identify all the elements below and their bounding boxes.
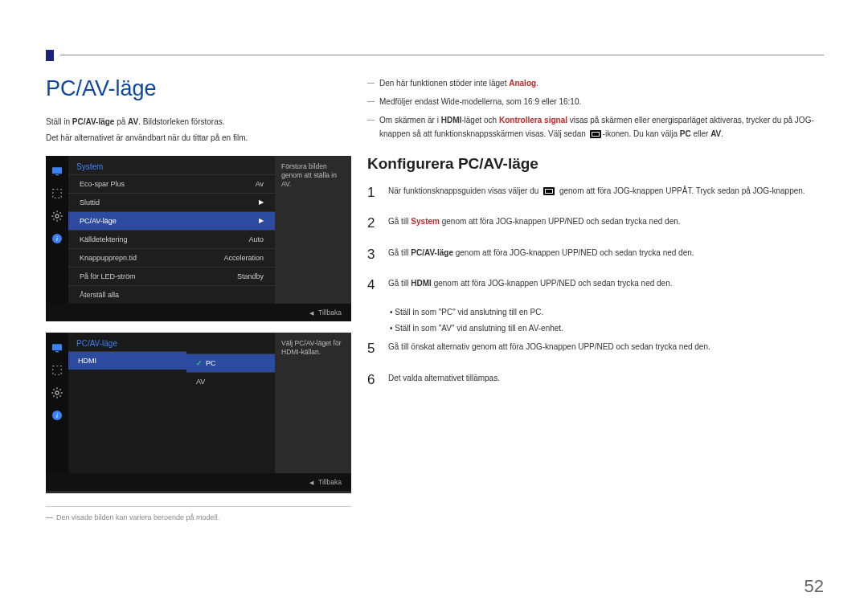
osd-row: Knappupprepn.tidAcceleration xyxy=(68,248,275,267)
osd-help-text: Välj PC/AV-läget för HDMI-källan. xyxy=(275,333,351,473)
intro-line-2: Det här alternativet är användbart när d… xyxy=(46,132,351,145)
value: Auto xyxy=(248,235,264,243)
expand-icon xyxy=(50,186,64,201)
step-6: 6 Det valda alternativet tillämpas. xyxy=(367,370,824,390)
info-icon: i xyxy=(50,408,64,423)
bold: PC/AV-läge xyxy=(411,248,453,257)
label: Återställ alla xyxy=(80,291,119,299)
dash-icon: ― xyxy=(367,77,375,90)
label: Källdetektering xyxy=(80,235,128,243)
bold: PC xyxy=(680,129,691,138)
text: på xyxy=(114,117,128,126)
text: Den här funktionen stöder inte läget xyxy=(379,79,509,88)
info-icon: i xyxy=(50,231,64,246)
osd-option-av: AV xyxy=(186,372,275,390)
text: Det valda alternativet tillämpas. xyxy=(388,370,824,390)
value: Standby xyxy=(237,272,264,280)
gear-icon xyxy=(50,386,64,400)
label: Knappupprepn.tid xyxy=(80,254,137,262)
osd-row: Återställ alla xyxy=(68,285,275,304)
section-heading: Konfigurera PC/AV-läge xyxy=(367,155,824,173)
dash-icon: ― xyxy=(46,513,53,521)
svg-point-3 xyxy=(55,215,59,218)
bold: HDMI xyxy=(441,116,462,125)
gear-icon xyxy=(50,209,64,223)
arrow-icon: ▶ xyxy=(259,217,264,225)
back-label: Tillbaka xyxy=(318,309,342,317)
label: Sluttid xyxy=(80,198,100,206)
text: -läget och xyxy=(461,116,499,125)
dash-icon: ― xyxy=(367,114,375,141)
osd-title: System xyxy=(68,156,275,174)
step-4: 4 Gå till HDMI genom att föra JOG-knappe… xyxy=(367,275,824,296)
highlight: Kontrollera signal xyxy=(499,116,567,125)
svg-rect-2 xyxy=(53,190,62,198)
header-accent xyxy=(46,50,54,61)
page-title: PC/AV-läge xyxy=(46,76,351,101)
sub-bullets: Ställ in som "PC" vid anslutning till en… xyxy=(390,305,824,335)
text: genom att föra JOG-knappen UPPÅT. Tryck … xyxy=(557,186,805,195)
step-5: 5 Gå till önskat alternativ genom att fö… xyxy=(367,338,824,359)
text: . xyxy=(721,129,723,138)
step-number: 1 xyxy=(367,182,388,203)
footnote: ―Den visade bilden kan variera beroende … xyxy=(46,513,351,521)
osd-help-text: Förstora bilden genom att ställa in AV. xyxy=(275,156,351,304)
value: Av xyxy=(256,180,264,188)
svg-rect-6 xyxy=(52,344,62,350)
text: genom att föra JOG-knappen UPP/NED och s… xyxy=(453,248,694,257)
osd-sidebar: i xyxy=(46,333,68,473)
back-label: Tillbaka xyxy=(318,478,342,486)
bold: AV xyxy=(128,117,138,126)
text: -ikonen. Du kan välja xyxy=(603,129,680,138)
text: Medföljer endast Wide-modellerna, som 16… xyxy=(379,95,581,108)
text: Gå till xyxy=(388,248,411,257)
notes-block: ―Den här funktionen stöder inte läget An… xyxy=(367,76,824,141)
page-content: PC/AV-läge Ställ in PC/AV-läge på AV. Bi… xyxy=(46,76,824,521)
osd-main: System Eco-spar PlusAv Sluttid▶ PC/AV-lä… xyxy=(68,156,275,304)
note-line: ―Medföljer endast Wide-modellerna, som 1… xyxy=(367,95,824,108)
step-1: 1 När funktionsknappsguiden visas väljer… xyxy=(367,182,824,203)
step-number: 6 xyxy=(367,370,388,390)
osd-item-hdmi: HDMI xyxy=(68,351,186,370)
text: . xyxy=(536,79,538,88)
osd-title: PC/AV-läge xyxy=(68,333,186,351)
steps-list: 1 När funktionsknappsguiden visas väljer… xyxy=(367,182,824,390)
monitor-icon xyxy=(50,341,64,355)
osd-source-list: PC/AV-läge HDMI xyxy=(68,333,186,473)
right-column: ―Den här funktionen stöder inte läget An… xyxy=(367,76,824,521)
note-line: ― Om skärmen är i HDMI-läget och Kontrol… xyxy=(367,113,824,141)
header-rule xyxy=(60,55,824,55)
text: Gå till xyxy=(388,217,411,226)
svg-point-9 xyxy=(55,391,59,394)
menu-icon xyxy=(590,130,601,138)
svg-rect-1 xyxy=(55,174,59,175)
note-line: ―Den här funktionen stöder inte läget An… xyxy=(367,76,824,90)
svg-rect-0 xyxy=(52,167,62,174)
text: genom att föra JOG-knappen UPP/NED och s… xyxy=(432,279,673,288)
arrow-icon: ▶ xyxy=(259,198,264,206)
text: genom att föra JOG-knappen UPP/NED och s… xyxy=(440,217,681,226)
text: Gå till önskat alternativ genom att föra… xyxy=(388,338,824,359)
value: Acceleration xyxy=(223,254,264,262)
osd-footer: ◀Tillbaka xyxy=(46,304,351,321)
osd-option-pc: ✓PC xyxy=(186,353,275,372)
text: . Bildstorleken förstoras. xyxy=(138,117,224,126)
text: När funktionsknappsguiden visas väljer d… xyxy=(388,186,541,195)
osd-panel-system: i System Eco-spar PlusAv Sluttid▶ PC/AV-… xyxy=(46,156,351,321)
check-icon: ✓ xyxy=(196,359,203,367)
text: eller xyxy=(691,129,710,138)
bold: AV xyxy=(710,129,721,138)
osd-panel-pcav: i PC/AV-läge HDMI ✓PC AV Välj PC/AV-läge… xyxy=(46,333,351,493)
back-arrow-icon: ◀ xyxy=(309,480,313,485)
page-number: 52 xyxy=(805,576,824,597)
text: Om skärmen är i xyxy=(379,116,441,125)
svg-rect-7 xyxy=(55,351,59,352)
label: PC/AV-läge xyxy=(80,217,117,225)
step-number: 4 xyxy=(367,275,388,296)
bullet: Ställ in som "PC" vid anslutning till en… xyxy=(390,305,824,319)
bold: PC/AV-läge xyxy=(72,117,115,126)
footnote-text: Den visade bilden kan variera beroende p… xyxy=(56,513,219,521)
step-number: 5 xyxy=(367,338,388,359)
highlight: Analog xyxy=(509,79,536,88)
step-2: 2 Gå till System genom att föra JOG-knap… xyxy=(367,213,824,234)
